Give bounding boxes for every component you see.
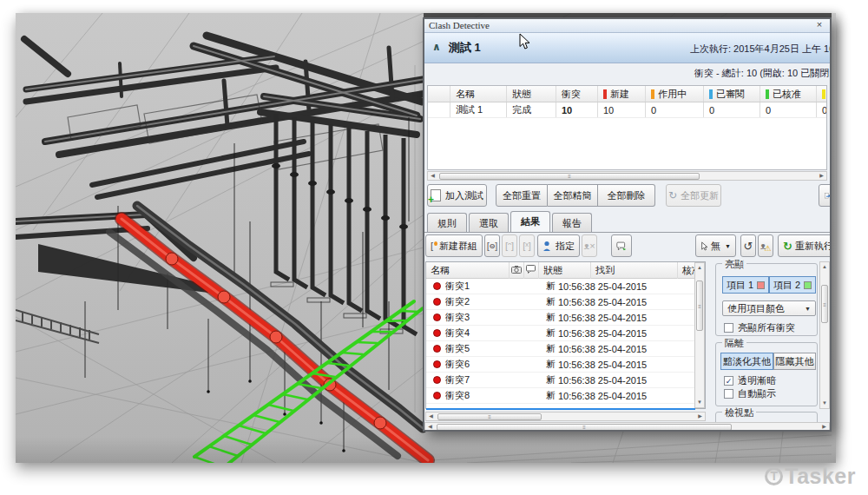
assign-button[interactable]: 指定 [537,234,580,257]
tab-results[interactable]: 結果 [510,211,550,232]
clash-status: 新 [510,311,546,324]
summary-hscrollbar[interactable]: ◀ ≡ ▶ [427,171,827,181]
new-group-button[interactable]: [ 新建群組 [425,234,483,257]
group-selection-button[interactable]: [ʘ] [484,234,500,257]
scroll-right-icon[interactable]: ▶ [695,412,705,420]
col-name[interactable]: 名稱 [426,262,510,279]
undo-icon: ↺ [744,240,753,253]
scroll-thumb[interactable]: ≡ [437,424,732,431]
status-dropdown-icon[interactable]: ▼ [546,314,558,320]
panel-titlebar[interactable]: Clash Detective × [424,19,830,33]
item1-toggle[interactable]: 項目 1 [722,276,769,294]
summary-col-header-0[interactable] [428,86,450,102]
status-dropdown-icon[interactable]: ▼ [546,299,558,305]
add-comment-button[interactable] [611,234,632,257]
scroll-right-icon[interactable]: ▶ [817,172,826,180]
scroll-thumb[interactable]: ≡ [696,280,703,331]
status-dropdown-icon[interactable]: ▼ [546,283,558,289]
summary-col-header-4[interactable]: 新建 [598,86,646,102]
tests-summary-table[interactable]: 名稱狀態衝突新建作用中已審閱已核准已解決 測試 1完成10100000 [427,85,827,170]
tab-select[interactable]: 選取 [469,213,509,232]
results-list[interactable]: 名稱 狀態 找到 核准▴ [425,261,706,409]
export-button[interactable]: ▼ [819,184,832,207]
rerun-test-button[interactable]: ↻ 重新執行測試 [778,234,832,257]
summary-cell-2: 完成 [507,102,556,117]
summary-col-header-3[interactable]: 衝突 [556,86,598,102]
checkbox-empty[interactable] [724,323,733,333]
update-all-button[interactable]: ↻ 全部更新 [666,184,721,207]
status-dot-icon [433,360,441,368]
result-row[interactable]: 衝突8新▼10:56:38 25-04-2015 [426,388,705,404]
result-row[interactable]: 衝突5新▼10:56:38 25-04-2015 [426,341,705,357]
result-row[interactable]: 衝突3新▼10:56:38 25-04-2015 [426,310,705,326]
status-dropdown-icon[interactable]: ▼ [546,377,558,383]
delete-all-button[interactable]: 全部刪除 [598,184,655,207]
undo-button[interactable]: ↺ [740,234,756,257]
col-found[interactable]: 找到 [591,262,678,279]
scroll-thumb[interactable]: ≡ [437,413,542,420]
item2-toggle[interactable]: 項目 2 [769,276,816,294]
scroll-left-icon[interactable]: ◀ [426,412,436,420]
summary-col-header-7[interactable]: 已核准 [760,86,817,102]
settings-vscrollbar[interactable]: ▲ ≡ ▼ [819,261,830,409]
results-rows: 衝突1新▼10:56:38 25-04-2015衝突2新▼10:56:38 25… [426,279,705,404]
auto-reveal-checkbox[interactable]: 自動顯示 [724,387,776,400]
item2-color-swatch [804,281,812,289]
unassign-button[interactable]: ᴥ× [582,234,597,257]
scroll-down-icon[interactable]: ▼ [820,399,829,408]
result-row[interactable]: 衝突6新▼10:56:38 25-04-2015 [426,357,705,373]
status-dropdown-icon[interactable]: ▼ [546,346,558,352]
status-dropdown-icon[interactable]: ▼ [546,393,558,399]
result-row[interactable]: 衝突7新▼10:56:38 25-04-2015 [426,373,705,388]
scroll-up-icon[interactable]: ▲ [695,263,704,273]
scroll-down-icon[interactable]: ▼ [695,398,704,407]
transparent-dim-checkbox[interactable]: ✓ 透明漸暗 [724,374,776,387]
summary-cell-3: 10 [556,102,598,117]
highlight-all-checkbox[interactable]: 亮顯所有衝突 [724,321,795,334]
summary-col-header-8[interactable]: 已解決 [817,86,827,102]
reset-all-button[interactable]: 全部重置 [496,184,548,207]
summary-col-header-5[interactable]: 作用中 [646,86,704,102]
dim-other-toggle[interactable]: 黯淡化其他 [720,353,773,370]
filter-dropdown[interactable]: 無 ▼ [695,234,736,257]
remove-from-group-button[interactable]: [ˣ] [519,234,535,257]
panel-hscrollbar[interactable]: ◀ ≡ ▶ [424,422,830,432]
summary-col-header-1[interactable]: 名稱 [450,86,507,102]
result-row[interactable]: 衝突2新▼10:56:38 25-04-2015 [426,294,705,310]
result-row[interactable]: 衝突4新▼10:56:38 25-04-2015 [426,326,705,341]
checkbox-checked[interactable]: ✓ [724,376,733,386]
clash-found-time: 10:56:38 25-04-2015 [558,297,671,307]
collapse-chevron-icon[interactable]: ∧ [432,41,441,53]
scroll-up-icon[interactable]: ▲ [820,262,829,272]
tab-rules[interactable]: 規則 [427,213,467,232]
scroll-right-icon[interactable]: ▶ [819,423,829,431]
summary-col-header-2[interactable]: 狀態 [507,86,556,102]
summary-col-header-6[interactable]: 已審閱 [704,86,760,102]
scroll-left-icon[interactable]: ◀ [428,172,437,180]
item-colors-dropdown[interactable]: 使用項目顏色▼ [722,300,816,316]
col-comment[interactable] [524,262,539,279]
result-row[interactable]: 衝突1新▼10:56:38 25-04-2015 [426,279,705,294]
tab-report[interactable]: 報告 [552,213,592,232]
results-hscrollbar[interactable]: ◀ ≡ ▶ [425,412,706,421]
compact-all-button[interactable]: 全部精簡 [548,184,598,207]
status-dropdown-icon[interactable]: ▼ [546,330,558,336]
clash-status: 新 [510,358,546,371]
screenshot-stage: Clash Detective × ∧ 測試 1 上次執行: 2015年4月25… [0,0,868,495]
assign-warning-button[interactable]: ᴥ⚠ [758,234,773,257]
col-camera[interactable] [510,262,524,279]
add-test-button[interactable]: + 加入測試 [427,184,487,207]
hide-other-toggle[interactable]: 隱藏其他 [773,353,816,370]
add-to-group-button[interactable]: [ᵔ] [502,234,517,257]
status-dropdown-icon[interactable]: ▼ [546,361,558,367]
checkbox-empty[interactable] [724,389,733,399]
scroll-thumb[interactable]: ≡ [821,285,828,323]
results-vscrollbar[interactable]: ▲ ≡ ▼ [694,262,705,408]
close-icon[interactable]: × [813,19,825,30]
dropdown-icon: ▼ [805,306,811,312]
status-dot-icon [433,282,441,290]
col-status[interactable]: 狀態 [539,262,591,279]
summary-data-row[interactable]: 測試 1完成10100000 [428,102,826,118]
scroll-thumb[interactable]: ≡ [439,173,700,180]
scroll-left-icon[interactable]: ◀ [425,423,435,431]
